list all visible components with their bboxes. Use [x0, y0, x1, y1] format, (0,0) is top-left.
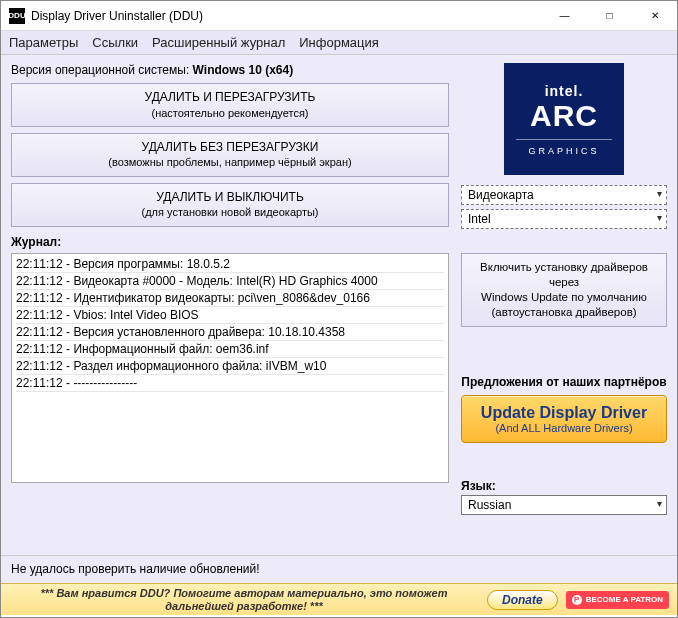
title-bar: DDU Display Driver Uninstaller (DDU) — □…	[1, 1, 677, 31]
language-value: Russian	[468, 498, 511, 512]
menu-info[interactable]: Информация	[299, 35, 379, 50]
update-display-driver-button[interactable]: Update Display Driver (And ALL Hardware …	[461, 395, 667, 443]
device-type-value: Видеокарта	[468, 188, 534, 202]
uninstall-restart-button[interactable]: УДАЛИТЬ И ПЕРЕЗАГРУЗИТЬ (настоятельно ре…	[11, 83, 449, 127]
logo-arc-text: ARC	[530, 101, 598, 131]
btn2-sub: (возможны проблемы, например чёрный экра…	[16, 155, 444, 169]
winupdate-l2: Windows Update по умолчанию	[466, 290, 662, 305]
language-dropdown[interactable]: Russian	[461, 495, 667, 515]
menu-extended-log[interactable]: Расширенный журнал	[152, 35, 285, 50]
become-patron-button[interactable]: P BECOME A PATRON	[566, 591, 669, 609]
log-line[interactable]: 22:11:12 - ----------------	[16, 375, 444, 392]
log-line[interactable]: 22:11:12 - Видеокарта #0000 - Модель: In…	[16, 273, 444, 290]
winupdate-l3: (автоустановка драйверов)	[466, 305, 662, 320]
logo-intel-text: intel.	[545, 83, 584, 99]
btn1-sub: (настоятельно рекомендуется)	[16, 106, 444, 120]
window-title: Display Driver Uninstaller (DDU)	[31, 9, 542, 23]
device-type-dropdown[interactable]: Видеокарта	[461, 185, 667, 205]
os-line: Версия операционной системы: Windows 10 …	[11, 63, 449, 77]
os-value: Windows 10 (x64)	[193, 63, 294, 77]
btn3-title: УДАЛИТЬ И ВЫКЛЮЧИТЬ	[156, 190, 304, 204]
vendor-dropdown[interactable]: Intel	[461, 209, 667, 229]
os-label: Версия операционной системы:	[11, 63, 189, 77]
donate-button[interactable]: Donate	[487, 590, 558, 610]
app-icon: DDU	[9, 8, 25, 24]
patron-label: BECOME A PATRON	[586, 595, 663, 604]
vendor-value: Intel	[468, 212, 491, 226]
log-line[interactable]: 22:11:12 - Идентификатор видеокарты: pci…	[16, 290, 444, 307]
winupdate-l1: Включить установку драйверов через	[466, 260, 662, 290]
log-line[interactable]: 22:11:12 - Vbios: Intel Video BIOS	[16, 307, 444, 324]
log-line[interactable]: 22:11:12 - Версия программы: 18.0.5.2	[16, 256, 444, 273]
maximize-button[interactable]: □	[587, 1, 632, 30]
update-driver-l1: Update Display Driver	[466, 404, 662, 422]
update-driver-l2: (And ALL Hardware Drivers)	[466, 422, 662, 434]
status-bar: Не удалось проверить наличие обновлений!	[1, 555, 677, 583]
log-box[interactable]: 22:11:12 - Версия программы: 18.0.5.222:…	[11, 253, 449, 483]
menu-params[interactable]: Параметры	[9, 35, 78, 50]
enable-windows-update-button[interactable]: Включить установку драйверов через Windo…	[461, 253, 667, 327]
donate-label: Donate	[502, 593, 543, 607]
status-text: Не удалось проверить наличие обновлений!	[11, 562, 260, 576]
log-line[interactable]: 22:11:12 - Версия установленного драйвер…	[16, 324, 444, 341]
log-line[interactable]: 22:11:12 - Раздел информационного файла:…	[16, 358, 444, 375]
minimize-button[interactable]: —	[542, 1, 587, 30]
btn3-sub: (для установки новой видеокарты)	[16, 205, 444, 219]
language-label: Язык:	[461, 479, 667, 493]
intel-arc-logo: intel. ARC GRAPHICS	[504, 63, 624, 175]
partner-label: Предложения от наших партнёров	[461, 375, 667, 389]
btn1-title: УДАЛИТЬ И ПЕРЕЗАГРУЗИТЬ	[145, 90, 316, 104]
patreon-icon: P	[572, 595, 582, 605]
logo-graphics-text: GRAPHICS	[516, 139, 612, 156]
close-button[interactable]: ✕	[632, 1, 677, 30]
menu-bar: Параметры Ссылки Расширенный журнал Инфо…	[1, 31, 677, 55]
log-line[interactable]: 22:11:12 - Информационный файл: oem36.in…	[16, 341, 444, 358]
footer-text: *** Вам нравится DDU? Помогите авторам м…	[9, 587, 479, 612]
uninstall-shutdown-button[interactable]: УДАЛИТЬ И ВЫКЛЮЧИТЬ (для установки новой…	[11, 183, 449, 227]
uninstall-no-restart-button[interactable]: УДАЛИТЬ БЕЗ ПЕРЕЗАГРУЗКИ (возможны пробл…	[11, 133, 449, 177]
btn2-title: УДАЛИТЬ БЕЗ ПЕРЕЗАГРУЗКИ	[142, 140, 319, 154]
log-label: Журнал:	[11, 235, 449, 249]
menu-links[interactable]: Ссылки	[92, 35, 138, 50]
footer: *** Вам нравится DDU? Помогите авторам м…	[1, 583, 677, 615]
